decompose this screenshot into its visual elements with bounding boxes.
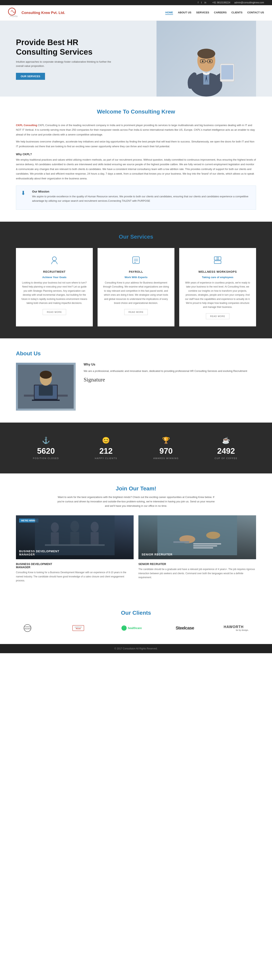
svg-point-15 (52, 257, 56, 261)
svg-text:+: + (124, 626, 125, 627)
linkedin-link[interactable]: in (204, 1, 206, 4)
signature: Signature (84, 377, 247, 383)
nav-clients[interactable]: CLIENTS (231, 11, 242, 15)
client-rivoli: BARRINGTONRivoli (72, 624, 102, 632)
job-desc-2: The candidate should be a graduate and h… (138, 567, 256, 579)
job-name-1: BUSINESS DEVELOPMENTMANAGER (16, 562, 134, 569)
svg-point-42 (206, 532, 220, 539)
armstrong-logo-svg: ArmstrongCEILINGS (24, 624, 32, 632)
stat-label-2: HAPPY CLIENTS (80, 457, 132, 460)
stat-label-3: AWARDS WINNING (140, 457, 192, 460)
main-nav: HOME ABOUT US SERVICES CAREERS CLIENTS C… (165, 11, 264, 15)
service-subtitle-1: Achieve Your Goals (21, 276, 88, 279)
svg-rect-43 (193, 543, 221, 544)
stat-clients: 😊 212 HAPPY CLIENTS (76, 433, 136, 463)
about-content: Why Us We are a professional, enthusiast… (16, 363, 256, 410)
svg-text:Armstrong: Armstrong (24, 626, 31, 628)
welcome-para1: CKPL Consulting CKPL Consulting is one o… (16, 123, 256, 137)
about-image (16, 363, 76, 410)
coffee-icon: ☕ (200, 436, 252, 444)
read-more-btn-3[interactable]: READ MORE (206, 313, 229, 319)
stat-number-4: 2492 (200, 447, 252, 455)
hero-person-svg (166, 21, 246, 97)
stat-number-1: 5620 (20, 447, 72, 455)
job-card-recruiter: SENIOR RECRUITER SENIOR RECRUITER The ca… (138, 515, 256, 586)
logo: Consulting Krew Pvt. Ltd. (8, 8, 20, 18)
svg-rect-38 (45, 544, 105, 546)
svg-point-12 (209, 60, 211, 62)
job-name-2: SENIOR RECRUITER (138, 562, 256, 566)
trophy-icon: 🏆 (140, 436, 192, 444)
join-team-section: Join Our Team! Want to work for the best… (0, 473, 272, 598)
svg-rect-35 (71, 532, 79, 545)
smile-icon: 😊 (80, 436, 132, 444)
why-ckpl: Why CKPL? We employ traditional practice… (16, 153, 256, 181)
svg-rect-27 (32, 399, 60, 401)
svg-rect-41 (174, 541, 189, 543)
job-image-1: WE'RE HIRING BUSINESS DEVELOPMENTMA (16, 515, 134, 559)
client-armstrong: ArmstrongCEILINGS (24, 624, 53, 632)
stat-coffee: ☕ 2492 CUP OF COFFEE (196, 433, 256, 463)
payroll-icon (102, 255, 170, 267)
why-us-text: We are a professional, enthusiastic and … (84, 369, 247, 373)
nav-home[interactable]: HOME (165, 11, 173, 15)
services-section: Our Services RECRUITMENT Achieve Your Go… (0, 222, 272, 338)
service-subtitle-2: Work With Experts (102, 276, 170, 279)
email-address: admin@consultingkrew.com (234, 1, 264, 4)
service-title-2: PAYROLL (102, 270, 170, 273)
facebook-link[interactable]: f (198, 1, 198, 4)
company-name-bold: CKPL Consulting (16, 124, 37, 127)
service-text-2: Consulting Krew is your address for Busi… (102, 281, 170, 305)
healthcare-icon-svg: + (121, 625, 127, 631)
svg-rect-14 (221, 65, 233, 80)
svg-text:CEILINGS: CEILINGS (24, 628, 31, 630)
read-more-btn-1[interactable]: READ MORE (43, 309, 66, 315)
hero-cta-button[interactable]: OUR SERVICES (16, 73, 45, 80)
services-grid: RECRUITMENT Achieve Your Goals Looking t… (16, 248, 256, 326)
svg-text:Consulting: Consulting (10, 15, 17, 17)
mission-content: Our Mission We aspire to provide excelle… (32, 190, 251, 205)
nav-contact[interactable]: CONTACT US (247, 11, 264, 15)
svg-rect-45 (193, 547, 213, 549)
job-info-2: SENIOR RECRUITER The candidate should be… (138, 559, 256, 582)
svg-point-32 (51, 522, 59, 532)
hero-image (157, 21, 256, 97)
social-links[interactable]: f t in (198, 1, 208, 4)
services-title: Our Services (16, 234, 256, 240)
svg-point-34 (71, 521, 79, 532)
twitter-link[interactable]: t (201, 1, 202, 4)
svg-point-0 (8, 8, 16, 15)
clients-logos: ArmstrongCEILINGS BARRINGTONRivoli + hea… (16, 624, 256, 632)
svg-point-11 (202, 60, 204, 62)
stat-awards: 🏆 970 AWARDS WINNING (136, 433, 196, 463)
svg-rect-21 (217, 257, 221, 260)
footer-text: © 2017 Consultaion All Rights Reserved. (3, 647, 269, 650)
about-title: About Us (16, 350, 256, 357)
service-subtitle-3: Taking care of employees (184, 276, 251, 279)
about-section: About Us Why Us (0, 338, 272, 423)
svg-text:Krew Pvt. Ltd.: Krew Pvt. Ltd. (9, 17, 18, 18)
stat-label-1: POSITION CLOSED (20, 457, 72, 460)
svg-point-36 (91, 522, 99, 532)
welcome-title: Welcome To Consulting Krew (16, 108, 256, 115)
join-title: Join Our Team! (16, 485, 256, 492)
welcome-section: Welcome To Consulting Krew CKPL Consulti… (0, 97, 272, 222)
svg-rect-37 (91, 532, 99, 544)
read-more-btn-2[interactable]: READ MORE (124, 309, 148, 315)
job-card-bdm: WE'RE HIRING BUSINESS DEVELOPMENTMA (16, 515, 134, 586)
why-ckpl-title: Why CKPL? (16, 153, 256, 156)
mission-text: We aspire to provide excellence in the q… (32, 194, 251, 203)
service-text-1: Looking to develop your business but not… (21, 281, 88, 305)
nav-services[interactable]: SERVICES (196, 11, 209, 15)
nav-about[interactable]: ABOUT US (178, 11, 191, 15)
svg-point-29 (40, 371, 52, 379)
svg-rect-39 (158, 515, 237, 555)
job-img-svg-1 (16, 515, 134, 555)
client-healthcare: + healthcare (121, 625, 151, 631)
stat-positions: ⚓ 5620 POSITION CLOSED (16, 433, 76, 463)
stats-grid: ⚓ 5620 POSITION CLOSED 😊 212 HAPPY CLIEN… (16, 433, 256, 463)
hero-content: Provide Best HR Consulting Services Intu… (16, 38, 115, 80)
svg-rect-33 (51, 532, 59, 544)
svg-point-7 (197, 49, 215, 59)
nav-careers[interactable]: CAREERS (214, 11, 227, 15)
